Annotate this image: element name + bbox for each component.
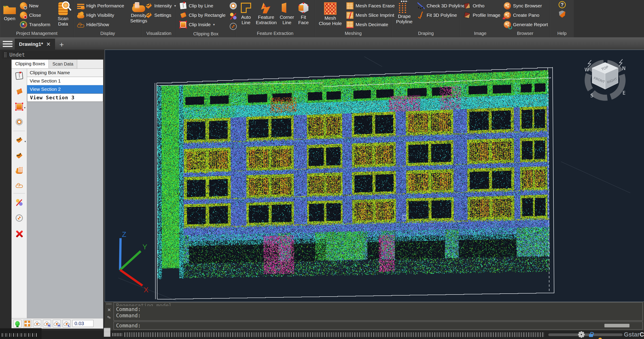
viewcube[interactable]: W N S E TOP FRONT RIGHT [581,58,629,104]
mesh-slice-imprint-label: Mesh Slice Imprint [356,12,394,18]
reset-tool[interactable] [16,214,23,222]
fit-face-button[interactable]: Fit Face [296,1,310,26]
unlock-icon[interactable] [589,334,593,337]
drawing-viewport[interactable]: Z Y X W N S E TOP FRONT RIGHT [105,50,644,302]
tab-scan-data[interactable]: Scan Data [49,60,77,68]
list-item-view-section-2[interactable]: View Section 2 [27,85,103,94]
chevron-down-icon[interactable]: ▾ [213,22,215,26]
gear-icon[interactable] [579,332,584,337]
status-slider-track[interactable] [548,334,622,336]
intensity-tool[interactable]: ▾ [16,136,23,144]
intensity-button[interactable]: Intensity▾ [144,2,177,10]
compass-south-label[interactable]: S [590,93,593,98]
tab-drawing1[interactable]: Drawing1* ✕ [15,39,55,50]
clip-by-rectangle-button[interactable]: Clip by Rectangle [178,11,227,20]
close-command-icon[interactable]: ✕ [107,307,111,312]
undet-toolbar[interactable]: Undet [2,51,104,58]
ortho-label: Ortho [473,3,484,8]
lightbulb-icon[interactable] [598,338,602,339]
create-pano-button[interactable]: +Create Pano [503,11,549,20]
profile-image-button[interactable]: Profile Image [462,11,502,20]
hide-show-tool[interactable] [16,182,23,188]
brand-gray: Gstar [624,331,640,338]
ortho-button[interactable]: Ortho [462,2,502,10]
intensity-icon [145,2,152,10]
divider [14,131,25,131]
list-item-view-section-3-editing[interactable]: View Section 3 [27,94,103,102]
horizontal-scrollbar-thumb[interactable] [604,324,630,327]
ribbon-group-feature-extraction: Auto Line Feature Extraction Corner Line… [236,0,315,37]
scan-data-button[interactable]: Scan Data [53,1,73,27]
mesh-close-hole-button[interactable]: Mesh Close Hole [317,1,344,27]
corner-line-icon [282,3,292,13]
high-visibility-button[interactable]: High Visibility [76,11,125,20]
clip-by-rectangle-tool[interactable] [16,88,23,95]
mesh-decimate-button[interactable]: Mesh Decimate [345,20,396,29]
point-cloud-canvas[interactable] [105,50,644,302]
color-settings-tool[interactable] [16,152,23,159]
lod-l-label: L [68,324,70,327]
new-tab-icon[interactable]: + [60,41,64,48]
pencil-icon[interactable]: ✎ [107,314,111,320]
toolbar-grip-icon[interactable] [4,52,7,58]
mesh-slice-imprint-button[interactable]: Mesh Slice Imprint [345,11,396,20]
ribbon-group-visualization: Intensity▾ Settings Visualization [142,0,176,37]
command-grip-icon[interactable] [106,303,112,305]
menu-hamburger-icon[interactable] [3,39,12,48]
toggle-points-button[interactable] [14,320,22,327]
clip-inside-button[interactable]: Clip Inside▾ [178,20,227,29]
sheet-icon[interactable] [104,328,110,337]
new-button[interactable]: New [19,2,52,10]
clip-by-line-tool[interactable] [16,72,23,80]
chevron-down-icon[interactable]: ▾ [24,140,26,143]
feature-extraction-button[interactable]: Feature Extraction [255,1,277,26]
compass-east-label[interactable]: E [622,90,626,96]
auto-line-button[interactable]: Auto Line [238,1,254,26]
clip-toggle-button[interactable] [228,12,238,20]
group-label-feature-extraction: Feature Extraction [236,30,314,37]
list-item-view-section-1[interactable]: View Section 1 [27,77,103,85]
high-performance-button[interactable]: High Performance [76,2,125,10]
corner-line-button[interactable]: Corner Line [278,1,296,26]
about-button[interactable] [558,10,566,18]
toggle-visibility-tool[interactable] [16,199,23,206]
mesh-faces-erase-button[interactable]: Mesh Faces Erase [345,2,396,10]
ribbon-group-display: High Performance High Visibility Hide/Sh… [74,0,142,37]
cloud-density-button[interactable] [33,320,41,327]
status-toggle-buttons[interactable] [124,332,545,337]
hide-show-button[interactable]: Hide/Show [76,20,125,29]
fit-3d-polyline-button[interactable]: Fit 3D Polyline [416,11,466,20]
close-tab-icon[interactable]: ✕ [46,41,51,48]
generate-report-button[interactable]: Generate Report [503,20,549,29]
delete-tool[interactable] [16,230,23,237]
command-prompt-input[interactable]: Command: [114,322,643,330]
clip-by-line-button[interactable]: Clip by Line [178,2,227,10]
density-value-input[interactable] [72,320,94,327]
green-bulb-icon [15,321,20,326]
compass-north-label[interactable]: N [622,66,626,71]
cloud-density-high-button[interactable]: H [53,320,61,327]
drape-polyline-button[interactable]: Drape Polyline [394,1,414,25]
check-3d-polyline-button[interactable]: Check 3D Polyline [416,2,466,10]
compass-west-label[interactable]: W [584,67,589,72]
transform-button[interactable]: Transform [19,20,52,29]
command-history[interactable]: Regenerating model... Command: Command: [114,302,643,321]
tab-clipping-boxes[interactable]: Clipping Boxes [12,60,49,68]
close-button[interactable]: Close [19,11,52,20]
chevron-down-icon[interactable]: ▾ [174,4,176,8]
transform-label: Transform [29,22,50,27]
sync-browser-button[interactable]: Sync Browser [503,2,549,10]
visualization-settings-button[interactable]: Settings [144,11,177,20]
cloud-density-low-button[interactable]: L [62,320,71,327]
open-button[interactable]: Open [2,1,17,22]
generate-report-label: Generate Report [513,22,548,27]
clip-inside-tool[interactable]: ▾ [16,104,22,110]
command-line-panel: ✕ ✎ Regenerating model... Command: Comma… [105,302,644,330]
grid-display-button[interactable] [23,320,31,327]
cloud-density-normal-button[interactable]: N [43,320,51,327]
list-empty-area [27,102,103,318]
help-button[interactable]: ? [558,1,566,8]
clip-ellipse-tool[interactable] [16,118,23,126]
density-tool[interactable] [16,168,23,174]
chevron-down-icon[interactable]: ▾ [24,106,26,109]
